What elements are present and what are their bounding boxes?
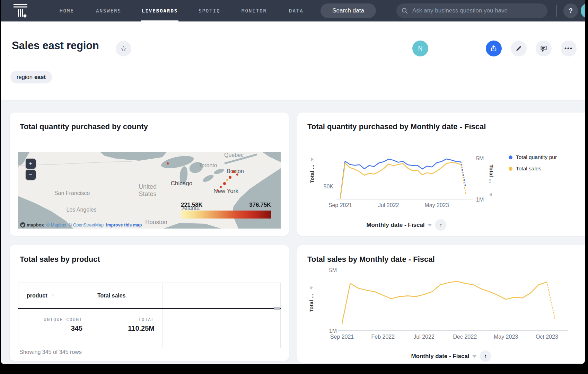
- x-axis-tick-label: Jul 2022: [413, 334, 435, 340]
- nav-item-data[interactable]: DATA: [289, 0, 304, 21]
- map-data-point: [217, 189, 219, 192]
- app-window: HOMEANSWERSLIVEBOARDSSPOTIQMONITORDATA S…: [1, 0, 585, 364]
- share-button[interactable]: [486, 41, 502, 56]
- author-avatar[interactable]: N: [412, 41, 428, 56]
- y-axis-tick-label: 5M: [476, 155, 490, 162]
- ask-question-searchbar[interactable]: [396, 3, 547, 18]
- filter-chip-region[interactable]: region east: [10, 71, 52, 83]
- mapbox-link[interactable]: © Mapbox: [46, 223, 66, 228]
- table-summary-row: UNIQUE COUNT 345 TOTAL 110.25M: [18, 309, 281, 348]
- chart-legend: Total quantity purTotal sales: [509, 154, 557, 177]
- y-axis-tick-label: 50K: [317, 184, 333, 190]
- chart-series-line: [547, 282, 555, 320]
- geo-map[interactable]: + − 221.58K 376.75K ◎ mapbox © Mapbox © …: [18, 152, 281, 229]
- map-zoom-in-button[interactable]: +: [26, 159, 36, 169]
- chart-series-line: [340, 162, 461, 198]
- x-axis-tick-label: Jul 2022: [378, 202, 399, 208]
- sort-ascending-icon[interactable]: ↑: [52, 293, 54, 299]
- more-options-button[interactable]: •••: [561, 41, 577, 56]
- y-axis-tick-label: 1M: [322, 328, 337, 334]
- x-axis-field-label[interactable]: Monthly date - Fiscal: [411, 353, 469, 360]
- axis-scroll-arrow-icon[interactable]: [311, 158, 314, 161]
- summary-cell-empty: [163, 309, 280, 348]
- aggregate-value: 345: [18, 324, 82, 332]
- viz-card-line-chart-quantity: Total quantity purchased by Monthly date…: [297, 113, 585, 236]
- map-city-label: Atlanta: [182, 205, 200, 211]
- aggregate-value: 110.25M: [89, 324, 155, 332]
- map-data-point: [220, 186, 222, 188]
- viz-card-line-chart-sales: Total sales by Monthly date - Fiscal 5M …: [297, 245, 585, 363]
- x-axis-tick-label: May 2023: [494, 334, 518, 340]
- column-header-label: product: [27, 293, 47, 299]
- map-data-point: [236, 173, 238, 176]
- chart-series-line: [461, 162, 466, 187]
- viz-title: Total sales by product: [20, 255, 100, 264]
- map-data-point: [167, 162, 169, 164]
- favorite-star-button[interactable]: ☆: [116, 41, 131, 56]
- summary-cell-product: UNIQUE COUNT 345: [18, 309, 89, 348]
- x-axis-tick-label: Feb 2022: [371, 334, 395, 340]
- chevron-down-icon[interactable]: [473, 355, 477, 358]
- share-icon: [490, 45, 498, 52]
- mapbox-circle-icon: ◎: [20, 222, 25, 228]
- chevron-down-icon[interactable]: [428, 224, 432, 226]
- table-header-border: [18, 308, 281, 309]
- page-title: Sales east region: [12, 39, 99, 52]
- x-axis-tick-label: Oct 2023: [536, 334, 558, 340]
- ask-question-input[interactable]: [412, 7, 543, 15]
- nav-item-answers[interactable]: ANSWERS: [96, 0, 121, 21]
- legend-item[interactable]: Total quantity pur: [509, 154, 557, 160]
- mapbox-logo-icon[interactable]: ◎ mapbox: [20, 222, 44, 228]
- x-axis-tick-label: Sep 2021: [330, 334, 354, 340]
- sort-ascending-button[interactable]: ↑: [480, 350, 491, 362]
- axis-scroll-arrow-icon[interactable]: [489, 193, 492, 196]
- column-header-product[interactable]: product ↑: [18, 283, 89, 308]
- search-data-button[interactable]: Search data: [321, 3, 376, 18]
- aggregate-label: UNIQUE COUNT: [18, 317, 82, 322]
- x-axis-field-label[interactable]: Monthly date - Fiscal: [366, 222, 424, 229]
- top-nav: HOMEANSWERSLIVEBOARDSSPOTIQMONITORDATA S…: [1, 0, 585, 21]
- table-scrollbar-thumb[interactable]: [274, 307, 280, 310]
- left-y-axis-label: Total ...: [308, 294, 314, 312]
- map-data-point: [223, 182, 226, 185]
- line-chart-plot[interactable]: [297, 245, 585, 363]
- nav-item-monitor[interactable]: MONITOR: [242, 0, 267, 21]
- map-city-label: Los Angeles: [66, 207, 96, 213]
- sort-ascending-button[interactable]: ↑: [435, 219, 447, 231]
- y-axis-tick-label: 1M: [476, 197, 490, 203]
- legend-item[interactable]: Total sales: [509, 166, 557, 172]
- map-city-label: San Francisco: [54, 190, 90, 196]
- map-zoom-out-button[interactable]: −: [26, 170, 36, 180]
- map-data-point: [226, 179, 228, 181]
- openstreetmap-link[interactable]: © OpenStreetMap: [69, 223, 104, 228]
- edit-button[interactable]: [511, 41, 527, 56]
- x-axis-selector: Monthly date - Fiscal ↑: [411, 350, 491, 362]
- improve-map-link[interactable]: Improve this map: [106, 223, 142, 228]
- nav-item-liveboards[interactable]: LIVEBOARDS: [142, 0, 178, 21]
- axis-scroll-arrow-icon[interactable]: [310, 286, 313, 290]
- comments-button[interactable]: [536, 41, 552, 56]
- table-header-row: product ↑ Total sales: [18, 283, 281, 308]
- nav-item-home[interactable]: HOME: [60, 0, 74, 21]
- y-axis-tick-label: 5M: [322, 267, 337, 274]
- chart-series-line: [340, 159, 461, 198]
- map-city-label: Boston: [227, 168, 244, 175]
- viz-card-table: Total sales by product product ↑ Total s…: [10, 245, 289, 361]
- chart-series-line: [461, 164, 466, 194]
- column-header-total-sales[interactable]: Total sales: [89, 283, 163, 308]
- row-count-status: Showing 345 of 345 rows: [19, 349, 82, 355]
- map-city-label: Houston: [145, 219, 167, 226]
- column-header-empty: [163, 283, 280, 308]
- nav-item-spotiq[interactable]: SPOTIQ: [199, 0, 220, 21]
- help-button[interactable]: ?: [563, 3, 578, 18]
- map-city-label: Toronto: [199, 162, 217, 169]
- x-axis-tick-label: Dec 2022: [453, 334, 477, 340]
- nav-divider: [556, 5, 557, 17]
- mapbox-wordmark: mapbox: [27, 222, 44, 228]
- map-color-scale: [181, 211, 271, 219]
- viz-title: Total quantity purchased by county: [20, 122, 148, 131]
- pencil-icon: [515, 45, 522, 52]
- data-table: product ↑ Total sales UNIQUE COUNT 345 T…: [18, 283, 281, 348]
- map-city-label: Quebec: [224, 152, 244, 158]
- map-zoom-controls: + −: [26, 159, 36, 180]
